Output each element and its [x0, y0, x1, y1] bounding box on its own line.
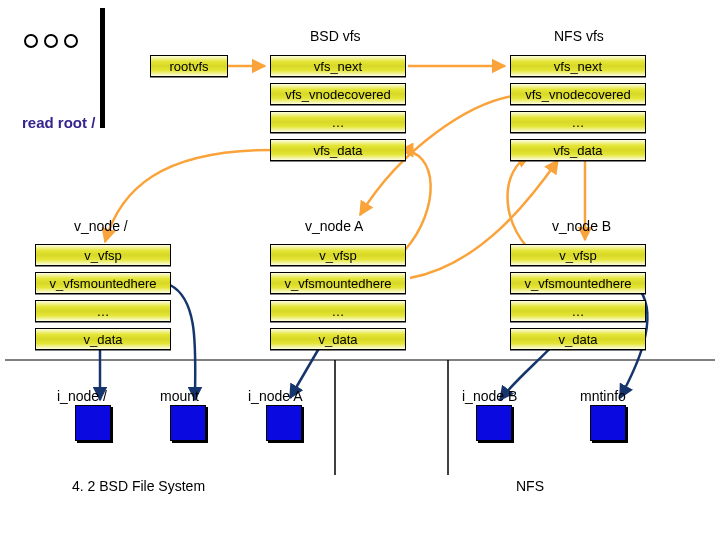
inode-b-icon — [476, 405, 512, 441]
diagram-arrows — [0, 0, 720, 540]
vnode-a-vfsp: v_vfsp — [270, 244, 406, 266]
bsd-vfs-vnodecovered: vfs_vnodecovered — [270, 83, 406, 105]
nfs-vfs-ellipsis: … — [510, 111, 646, 133]
read-root-label: read root / — [22, 114, 95, 131]
inode-b-label: i_node B — [462, 388, 517, 404]
vnode-root-mountedhere: v_vfsmountedhere — [35, 272, 171, 294]
bsd-vfs-next: vfs_next — [270, 55, 406, 77]
footer-right: NFS — [516, 478, 544, 494]
header-bsd-vfs: BSD vfs — [310, 28, 361, 44]
vnode-root-ellipsis: … — [35, 300, 171, 322]
vnode-b-title: v_node B — [552, 218, 611, 234]
inode-a-icon — [266, 405, 302, 441]
vnode-a-title: v_node A — [305, 218, 363, 234]
mount-icon — [170, 405, 206, 441]
vnode-b-mountedhere: v_vfsmountedhere — [510, 272, 646, 294]
inode-a-label: i_node A — [248, 388, 303, 404]
vnode-a-data: v_data — [270, 328, 406, 350]
mntinfo-icon — [590, 405, 626, 441]
vnode-b-ellipsis: … — [510, 300, 646, 322]
inode-root-label: i_node / — [57, 388, 107, 404]
vnode-a-mountedhere: v_vfsmountedhere — [270, 272, 406, 294]
rootvfs-label: rootvfs — [169, 59, 208, 74]
nfs-vfs-data: vfs_data — [510, 139, 646, 161]
vnode-b-data: v_data — [510, 328, 646, 350]
rootvfs-box: rootvfs — [150, 55, 228, 77]
bsd-vfs-data: vfs_data — [270, 139, 406, 161]
bsd-vfs-ellipsis: … — [270, 111, 406, 133]
mount-label: mount — [160, 388, 199, 404]
header-nfs-vfs: NFS vfs — [554, 28, 604, 44]
footer-left: 4. 2 BSD File System — [72, 478, 205, 494]
mntinfo-label: mntinfo — [580, 388, 626, 404]
vnode-a-ellipsis: … — [270, 300, 406, 322]
vnode-root-data: v_data — [35, 328, 171, 350]
vnode-root-vfsp: v_vfsp — [35, 244, 171, 266]
vnode-root-title: v_node / — [74, 218, 128, 234]
nfs-vfs-vnodecovered: vfs_vnodecovered — [510, 83, 646, 105]
decorative-dots — [24, 34, 78, 48]
vnode-b-vfsp: v_vfsp — [510, 244, 646, 266]
nfs-vfs-next: vfs_next — [510, 55, 646, 77]
inode-root-icon — [75, 405, 111, 441]
decorative-vbar — [100, 8, 105, 128]
